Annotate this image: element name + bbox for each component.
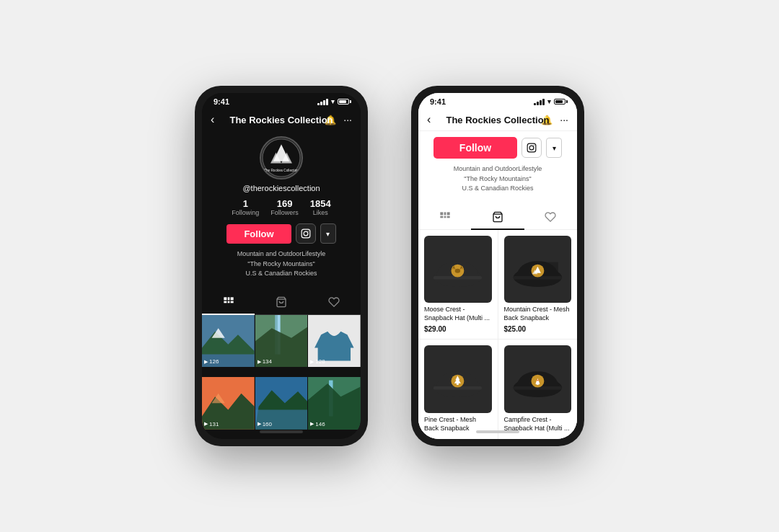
tab-liked-2[interactable] [524,205,577,229]
status-bar-2: 9:41 ▾ [418,93,577,109]
stat-followers: 169 Followers [270,198,299,216]
svg-rect-5 [302,229,310,238]
more-icon-1[interactable]: ··· [343,114,352,125]
product-card-2[interactable]: Mountain Crest - MeshBack Snapback $25.0… [498,230,578,340]
svg-rect-9 [227,297,229,300]
view-count-4: ▶131 [204,421,219,427]
svg-rect-38 [446,212,449,215]
view-count-1: ▶126 [204,358,219,365]
video-thumb-4[interactable]: ▶131 [202,377,255,430]
product-name-1: Moose Crest -Snapback Hat (Multi ... [424,306,492,322]
video-thumb-1[interactable]: ▶126 [202,315,255,368]
product-price-2: $25.00 [504,325,572,333]
home-indicator-1 [260,430,303,433]
tabs-1 [202,291,361,315]
phone-2: 9:41 ▾ ‹ The Rockies Coll [411,86,584,446]
svg-text:The Rockies Collection: The Rockies Collection [264,169,299,172]
signal-1 [317,99,328,105]
video-thumb-2[interactable]: ▶134 [255,315,308,368]
svg-point-6 [304,231,308,236]
phone-1-screen: 9:41 ▾ ‹ The Rockies Coll [202,93,361,439]
dropdown-button-2[interactable]: ▾ [546,138,562,158]
product-price-1: $29.00 [424,325,492,333]
battery-1 [338,99,349,105]
instagram-button-1[interactable] [296,223,316,244]
status-icons-1: ▾ [317,98,349,105]
video-thumb-6[interactable]: ▶146 [308,377,361,430]
video-thumb-3[interactable]: ▶128 [308,315,361,368]
tab-shop-1[interactable] [255,291,307,314]
svg-rect-37 [444,212,446,215]
page-title-1: The Rockies Collection [229,115,333,125]
product-card-3[interactable]: Pine Crest - MeshBack Snapback [418,340,498,439]
svg-rect-58 [457,383,459,385]
svg-rect-33 [527,143,536,152]
svg-point-35 [534,145,534,146]
product-card-1[interactable]: Moose Crest -Snapback Hat (Multi ... $29… [418,230,498,340]
video-grid-1: ▶126 ▶134 [202,315,361,440]
product-image-4 [504,345,572,413]
svg-point-46 [455,268,460,272]
svg-rect-41 [446,216,449,218]
product-image-3 [424,345,492,413]
profile-section-2: Follow ▾ Mountain and OutdoorLifestyle"T… [418,131,577,205]
time-1: 9:41 [214,97,229,106]
svg-rect-8 [224,297,226,300]
phone-2-screen: 9:41 ▾ ‹ The Rockies Coll [418,93,577,439]
more-icon-2[interactable]: ··· [560,114,568,125]
wifi-icon-1: ▾ [331,98,335,105]
profile-section-1: The Rockies Collection @therockiescollec… [202,130,361,291]
bio-1: Mountain and OutdoorLifestyle"The Rocky … [237,249,326,279]
battery-2 [554,99,565,105]
dropdown-button-1[interactable]: ▾ [320,223,336,244]
svg-rect-49 [543,262,558,276]
view-count-2: ▶134 [258,358,272,365]
stat-likes: 1854 Likes [310,198,331,216]
phone-1: 9:41 ▾ ‹ The Rockies Coll [195,86,368,446]
product-image-2 [504,236,572,303]
tab-liked-1[interactable] [308,291,361,314]
svg-rect-39 [440,216,443,218]
home-indicator-2 [476,430,519,433]
bio-2: Mountain and OutdoorLifestyle"The Rocky … [454,164,542,194]
view-count-6: ▶146 [310,421,325,427]
tab-videos-1[interactable] [202,291,255,315]
wifi-icon-2: ▾ [547,98,551,105]
svg-rect-36 [440,212,443,215]
svg-rect-12 [227,301,229,303]
time-2: 9:41 [430,97,446,106]
scene: 9:41 ▾ ‹ The Rockies Coll [0,0,779,532]
instagram-button-2[interactable] [521,138,542,158]
video-thumb-5[interactable]: ▶160 [255,377,308,430]
view-count-5: ▶160 [258,421,272,427]
username-1: @therockiescollection [242,184,320,192]
tabs-2 [418,205,577,230]
signal-2 [534,99,545,105]
svg-point-34 [529,146,534,150]
stat-following: 1 Following [232,198,259,216]
status-bar-1: 9:41 ▾ [202,93,361,109]
product-grid-2: Moose Crest -Snapback Hat (Multi ... $29… [418,230,577,440]
avatar-1: The Rockies Collection [260,136,303,179]
svg-rect-11 [224,301,226,303]
tab-videos-2[interactable] [418,205,471,229]
svg-point-7 [307,231,308,231]
svg-rect-10 [230,297,233,300]
svg-rect-13 [230,301,233,303]
tab-shop-2[interactable] [471,205,524,230]
product-image-1 [424,236,492,303]
product-name-2: Mountain Crest - MeshBack Snapback [504,306,572,322]
product-card-4[interactable]: Campfire Crest -Snapback Hat (Multi ... [498,340,578,439]
stats-row-1: 1 Following 169 Followers 1854 Likes [232,198,330,216]
nav-bar-1: ‹ The Rockies Collection 🔔 ··· [202,109,361,130]
follow-button-1[interactable]: Follow [226,224,291,244]
back-button-1[interactable]: ‹ [211,113,214,126]
back-button-2[interactable]: ‹ [427,113,431,126]
page-title-2: The Rockies Collection [446,115,549,125]
follow-row-1: Follow ▾ [226,223,335,244]
follow-button-2[interactable]: Follow [433,137,517,159]
nav-bar-2: ‹ The Rockies Collection 🔔 ··· [418,109,577,131]
view-count-3: ▶128 [310,358,325,365]
svg-rect-40 [444,216,446,218]
status-icons-2: ▾ [534,98,565,105]
